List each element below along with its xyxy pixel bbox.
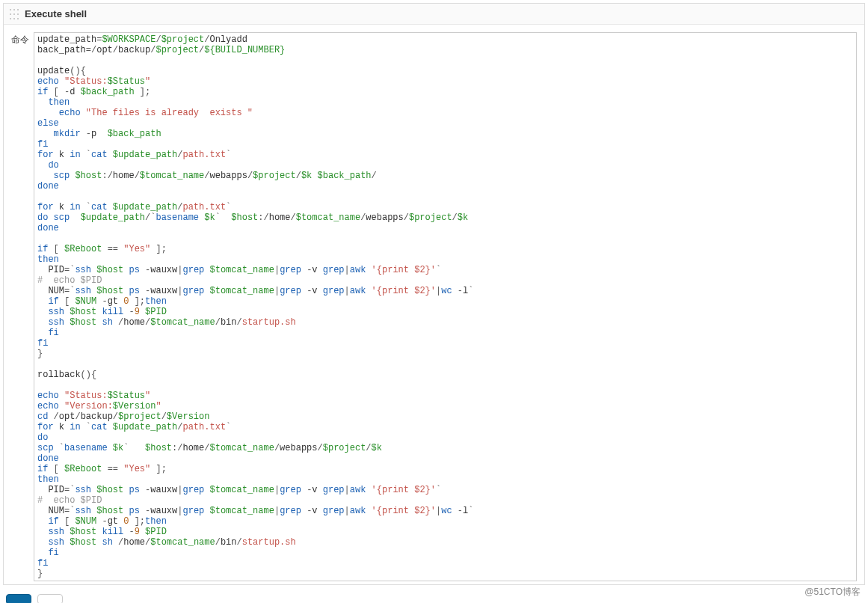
build-step-execute-shell: Execute shell 命令 update_path=$WORKSPACE/… bbox=[3, 3, 865, 585]
command-textarea[interactable]: update_path=$WORKSPACE/$project/Onlyadd … bbox=[34, 33, 856, 581]
drag-handle-icon[interactable] bbox=[10, 9, 19, 19]
command-textarea-wrap: update_path=$WORKSPACE/$project/Onlyadd … bbox=[34, 32, 857, 581]
step-header: Execute shell bbox=[4, 4, 864, 25]
step-body: 命令 update_path=$WORKSPACE/$project/Onlya… bbox=[4, 25, 864, 584]
apply-button[interactable] bbox=[37, 594, 63, 603]
watermark: @51CTO博客 bbox=[804, 586, 861, 599]
command-field-label: 命令 bbox=[11, 32, 34, 581]
save-button[interactable] bbox=[6, 594, 31, 603]
step-title: Execute shell bbox=[25, 8, 87, 19]
footer-buttons bbox=[0, 588, 868, 603]
